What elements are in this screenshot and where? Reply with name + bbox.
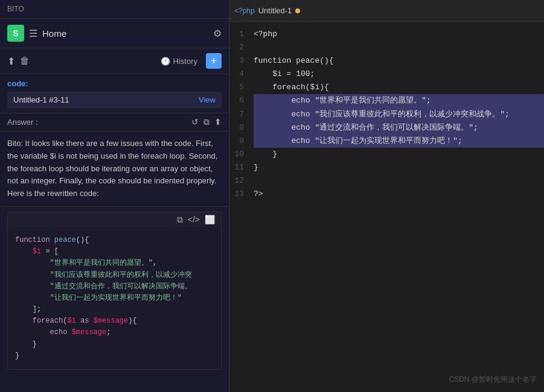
view-button[interactable]: View <box>199 95 216 104</box>
header: S ☰ Home ⚙ <box>0 19 229 48</box>
line-number: 8 <box>229 121 254 134</box>
line-code: echo "我们应该尊重彼此和平的权利，以减少冲突和战争。"; <box>254 108 544 121</box>
code-section: code: Untitled-1 #3-11 View <box>0 74 229 113</box>
line-number: 3 <box>229 54 254 68</box>
line-code: foreach($i){ <box>254 81 544 94</box>
answer-text: Bito: It looks like there are a few issu… <box>0 131 229 207</box>
answer-label: Answer : <box>7 118 191 127</box>
table-row: 6 echo "世界和平是我们共同的愿望。"; <box>229 94 544 107</box>
line-code: <?php <box>254 28 544 41</box>
line-number: 12 <box>229 174 254 188</box>
table-row: 9 echo "让我们一起为实现世界和平而努力吧！"; <box>229 134 544 148</box>
answer-actions: ↺ ⧉ ⬆ <box>191 117 222 127</box>
line-number: 2 <box>229 41 254 54</box>
answer-header: Answer : ↺ ⧉ ⬆ <box>0 113 229 131</box>
line-number: 13 <box>229 188 254 201</box>
clock-icon: 🕐 <box>161 57 170 66</box>
share-icon[interactable]: ⬆ <box>7 55 15 67</box>
line-number: 4 <box>229 68 254 81</box>
file-name: Untitled-1 #3-11 <box>13 95 69 104</box>
hamburger-icon[interactable]: ☰ <box>29 28 37 39</box>
add-button[interactable]: + <box>206 53 222 69</box>
table-row: 11} <box>229 161 544 174</box>
table-row: 7 echo "我们应该尊重彼此和平的权利，以减少冲突和战争。"; <box>229 108 544 121</box>
history-button[interactable]: 🕐 History <box>157 55 201 67</box>
gear-icon[interactable]: ⚙ <box>213 28 222 39</box>
tab-label[interactable]: Untitled-1 <box>258 6 292 15</box>
table-row: 8 echo "通过交流和合作，我们可以解决国际争端。"; <box>229 121 544 134</box>
line-number: 5 <box>229 81 254 94</box>
line-number: 1 <box>229 28 254 41</box>
right-panel: <?php Untitled-1 1<?php23function peace(… <box>229 0 544 392</box>
code-label: code: <box>7 79 222 88</box>
line-number: 11 <box>229 161 254 174</box>
table-row: 4 $i = 100; <box>229 68 544 81</box>
line-code: ?> <box>254 188 544 201</box>
tab-bar: <?php Untitled-1 <box>229 0 544 22</box>
table-row: 2 <box>229 41 544 54</box>
history-label: History <box>173 57 197 66</box>
php-tab-icon: <?php <box>234 7 255 15</box>
toolbar: ⬆ 🗑 🕐 History + <box>0 48 229 74</box>
expand-code-icon[interactable]: ⬜ <box>205 215 215 224</box>
table-row: 13?> <box>229 188 544 201</box>
table-row: 3function peace(){ <box>229 54 544 68</box>
table-row: 12 <box>229 174 544 188</box>
line-number: 7 <box>229 108 254 121</box>
line-code: $i = 100; <box>254 68 544 81</box>
table-row: 5 foreach($i){ <box>229 81 544 94</box>
line-code: function peace(){ <box>254 54 544 68</box>
table-row: 1<?php <box>229 28 544 41</box>
copy-code-icon[interactable]: ⧉ <box>177 215 183 225</box>
share-answer-icon[interactable]: ⬆ <box>214 117 222 127</box>
line-code: echo "让我们一起为实现世界和平而努力吧！"; <box>254 134 544 148</box>
rewritten-code: function peace(){ $i = [ "世界和平是我们共同的愿望。"… <box>8 227 221 369</box>
line-code: } <box>254 161 544 174</box>
refresh-icon[interactable]: ↺ <box>191 117 199 127</box>
avatar: S <box>7 25 24 42</box>
line-code: } <box>254 148 544 161</box>
file-reference: Untitled-1 #3-11 View <box>7 92 222 108</box>
table-row: 10 } <box>229 148 544 161</box>
line-code: echo "世界和平是我们共同的愿望。"; <box>254 94 544 107</box>
line-number: 9 <box>229 134 254 148</box>
left-panel: BITO S ☰ Home ⚙ ⬆ 🗑 🕐 History + code: Un… <box>0 0 229 392</box>
line-number: 6 <box>229 94 254 107</box>
line-number: 10 <box>229 148 254 161</box>
watermark: CSDN @暂时先用这个名字 <box>449 375 537 385</box>
tab-modified-dot <box>295 8 300 13</box>
app-title: BITO <box>7 5 24 13</box>
line-code: echo "通过交流和合作，我们可以解决国际争端。"; <box>254 121 544 134</box>
code-block: ⧉ </> ⬜ function peace(){ $i = [ "世界和平是我… <box>7 212 222 370</box>
trash-icon[interactable]: 🗑 <box>20 55 30 66</box>
code-block-header: ⧉ </> ⬜ <box>8 212 221 227</box>
copy-icon[interactable]: ⧉ <box>203 117 210 127</box>
code-editor[interactable]: 1<?php23function peace(){4 $i = 100;5 fo… <box>229 22 544 392</box>
home-label: Home <box>42 28 213 39</box>
code-icon[interactable]: </> <box>188 215 200 224</box>
top-bar: BITO <box>0 0 229 19</box>
